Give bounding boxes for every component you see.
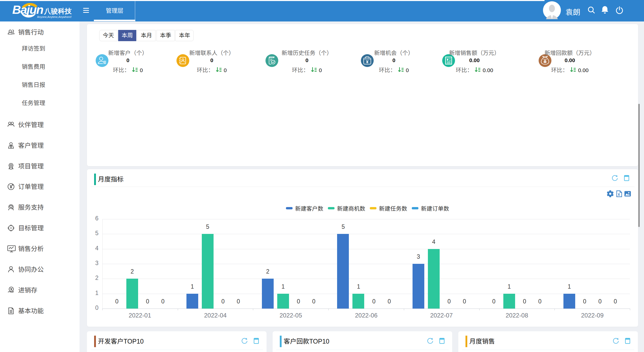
svg-text:Bajun: Bajun xyxy=(12,3,43,16)
svg-text:X: X xyxy=(618,192,620,197)
svg-text:八骏科技: 八骏科技 xyxy=(44,6,72,16)
svg-text:Anyone,Anytime,Anywhere!: Anyone,Anytime,Anywhere! xyxy=(37,15,72,18)
